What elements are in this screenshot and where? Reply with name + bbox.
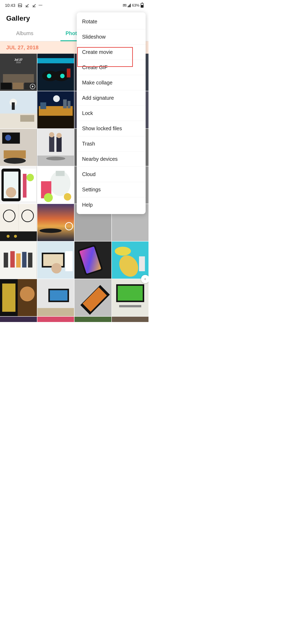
svg-rect-23	[63, 100, 67, 108]
svg-rect-51	[18, 204, 37, 232]
fast-scroll-handle[interactable]	[141, 275, 148, 283]
menu-item-help[interactable]: Help	[77, 197, 146, 212]
battery-percent: 63%	[132, 3, 139, 8]
tab-albums[interactable]: Albums	[0, 26, 49, 41]
svg-point-10	[47, 74, 51, 78]
svg-rect-13	[0, 91, 37, 114]
date-group-label: JUL 27, 2018	[6, 44, 38, 50]
svg-rect-28	[4, 150, 26, 158]
svg-point-56	[14, 235, 17, 238]
more-notifications-icon: •••	[39, 4, 43, 7]
menu-item-create-gif[interactable]: Create GIF	[77, 60, 146, 75]
photo-thumbnail[interactable]	[74, 242, 111, 279]
svg-rect-34	[56, 137, 61, 152]
svg-rect-63	[16, 254, 21, 268]
svg-point-75	[115, 247, 131, 256]
photo-thumbnail[interactable]	[37, 317, 74, 322]
svg-rect-84	[50, 290, 67, 300]
image-icon	[18, 3, 22, 8]
status-bar: 10:43 ••• 3G 63%	[0, 0, 148, 11]
svg-rect-4	[12, 82, 24, 89]
svg-point-33	[49, 132, 54, 137]
svg-point-29	[4, 158, 26, 164]
menu-item-slideshow[interactable]: Slideshow	[77, 29, 146, 44]
photo-thumbnail[interactable]	[37, 242, 74, 279]
svg-rect-77	[139, 256, 145, 271]
menu-item-nearby-devices[interactable]: Nearby devices	[77, 152, 146, 167]
svg-point-40	[6, 187, 16, 198]
svg-rect-50	[0, 204, 18, 232]
photo-thumbnail[interactable]	[37, 54, 74, 91]
menu-item-show-locked[interactable]: Show locked files	[77, 121, 146, 136]
photo-thumbnail[interactable]	[74, 317, 111, 322]
tab-albums-label: Albums	[16, 30, 33, 36]
svg-rect-7	[37, 58, 74, 63]
svg-point-36	[46, 157, 65, 160]
svg-rect-70	[65, 251, 73, 271]
svg-point-58	[39, 228, 61, 233]
download-done-icon	[25, 3, 29, 8]
download-done-icon	[32, 3, 36, 8]
status-time: 10:43	[5, 3, 15, 8]
svg-point-11	[60, 74, 64, 78]
svg-rect-81	[2, 284, 15, 312]
svg-rect-32	[49, 136, 54, 152]
svg-rect-92	[119, 305, 141, 307]
play-icon	[30, 84, 35, 89]
photo-thumbnail[interactable]	[112, 279, 149, 316]
svg-point-48	[44, 193, 53, 202]
photo-thumbnail[interactable]	[0, 279, 37, 316]
signal-icon	[128, 4, 131, 7]
photo-thumbnail[interactable]	[0, 91, 37, 128]
svg-rect-54	[0, 232, 37, 241]
overflow-menu: Rotate Slideshow Create movie Create GIF…	[77, 12, 146, 214]
svg-rect-65	[28, 253, 32, 268]
svg-rect-61	[4, 253, 8, 268]
photo-thumbnail[interactable]	[37, 204, 74, 241]
menu-item-add-signature[interactable]: Add signature	[77, 90, 146, 106]
photo-thumbnail[interactable]	[74, 279, 111, 316]
svg-rect-64	[22, 252, 26, 268]
thumbnail-date-overlay: Jul 272018	[14, 58, 22, 64]
svg-point-49	[64, 193, 71, 201]
photo-thumbnail[interactable]	[37, 279, 74, 316]
svg-rect-26	[2, 132, 20, 144]
photo-thumbnail[interactable]	[0, 242, 37, 279]
photo-thumbnail[interactable]	[112, 317, 149, 322]
svg-rect-22	[40, 102, 46, 109]
photo-thumbnail[interactable]	[0, 129, 37, 166]
menu-item-lock[interactable]: Lock	[77, 106, 146, 121]
svg-rect-2	[3, 74, 34, 84]
photo-thumbnail[interactable]	[112, 242, 149, 279]
svg-rect-17	[12, 102, 15, 110]
photo-thumbnail[interactable]	[0, 166, 37, 204]
svg-rect-46	[56, 171, 64, 176]
photo-thumbnail[interactable]	[0, 204, 37, 241]
svg-rect-24	[67, 101, 70, 108]
photo-thumbnail[interactable]	[0, 317, 37, 322]
network-type-badge: 3G	[123, 4, 126, 6]
photo-thumbnail[interactable]	[37, 91, 74, 128]
svg-point-35	[56, 133, 61, 138]
menu-item-settings[interactable]: Settings	[77, 182, 146, 197]
battery-icon	[141, 3, 144, 8]
photo-thumbnail[interactable]	[37, 129, 74, 166]
svg-rect-3	[1, 82, 12, 89]
menu-item-trash[interactable]: Trash	[77, 136, 146, 152]
svg-rect-91	[118, 286, 143, 300]
menu-item-make-collage[interactable]: Make collage	[77, 75, 146, 90]
status-left: 10:43 •••	[5, 3, 43, 8]
menu-item-rotate[interactable]: Rotate	[77, 14, 146, 29]
svg-rect-85	[37, 308, 74, 316]
svg-point-19	[53, 95, 60, 102]
svg-rect-15	[20, 115, 34, 122]
svg-rect-68	[43, 254, 63, 266]
status-right: 3G 63%	[123, 3, 144, 8]
photo-thumbnail[interactable]: Jul 272018	[0, 54, 37, 91]
photo-thumbnail[interactable]	[37, 166, 74, 204]
svg-rect-42	[23, 174, 27, 198]
svg-point-43	[27, 174, 34, 181]
menu-item-cloud[interactable]: Cloud	[77, 167, 146, 182]
svg-rect-62	[10, 251, 15, 268]
menu-item-create-movie[interactable]: Create movie	[77, 44, 146, 60]
